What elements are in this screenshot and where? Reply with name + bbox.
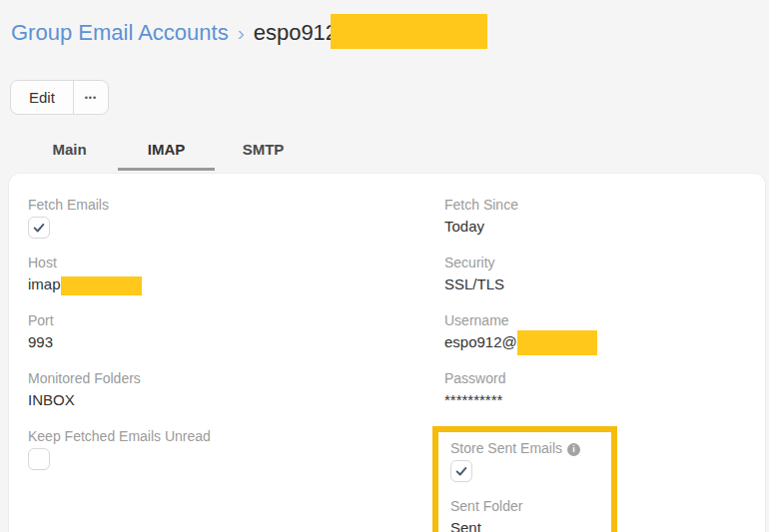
sent-folder-value: Sent bbox=[450, 516, 611, 532]
security-value: SSL/TLS bbox=[444, 272, 765, 296]
tab-imap[interactable]: IMAP bbox=[118, 137, 215, 171]
field-fetch-since: Fetch Since Today bbox=[444, 195, 765, 239]
fetch-emails-label: Fetch Emails bbox=[28, 195, 444, 215]
field-keep-fetched-emails-unread: Keep Fetched Emails Unread bbox=[28, 426, 444, 470]
keep-fetched-emails-unread-checkbox[interactable] bbox=[28, 448, 50, 470]
fetch-emails-checkbox[interactable] bbox=[28, 217, 50, 239]
page-title: espo912 bbox=[254, 20, 338, 45]
field-password: Password ********** bbox=[444, 368, 765, 412]
checkmark-icon bbox=[32, 221, 46, 235]
field-monitored-folders: Monitored Folders INBOX bbox=[28, 368, 444, 412]
security-label: Security bbox=[444, 253, 765, 272]
tab-smtp[interactable]: SMTP bbox=[215, 137, 312, 171]
host-value: imap bbox=[28, 272, 444, 296]
store-sent-emails-label: Store Sent Emailsi bbox=[450, 438, 611, 458]
field-sent-folder: Sent Folder Sent bbox=[450, 496, 611, 532]
ellipsis-icon: ••• bbox=[85, 93, 97, 103]
detail-toolbar: Edit ••• bbox=[10, 80, 769, 115]
username-value: espo912@ bbox=[444, 330, 765, 354]
detail-tabs: Main IMAP SMTP bbox=[21, 137, 769, 171]
fetch-since-value: Today bbox=[444, 215, 765, 239]
right-column: Fetch Since Today Security SSL/TLS Usern… bbox=[444, 195, 765, 532]
host-redaction-overlay bbox=[61, 276, 142, 295]
field-port: Port 993 bbox=[28, 310, 444, 354]
left-column: Fetch Emails Host imap Port 993 Monitore… bbox=[28, 195, 444, 532]
monitored-folders-label: Monitored Folders bbox=[28, 368, 444, 388]
field-security: Security SSL/TLS bbox=[444, 253, 765, 296]
breadcrumb: Group Email Accounts›espo912 bbox=[0, 0, 769, 52]
host-label: Host bbox=[28, 253, 444, 272]
more-actions-button[interactable]: ••• bbox=[74, 81, 108, 114]
info-icon[interactable]: i bbox=[567, 443, 580, 456]
field-fetch-emails: Fetch Emails bbox=[28, 195, 444, 239]
edit-button-group: Edit ••• bbox=[10, 80, 109, 115]
store-sent-emails-checkbox[interactable] bbox=[450, 460, 472, 482]
field-host: Host imap bbox=[28, 253, 444, 296]
tab-main[interactable]: Main bbox=[21, 137, 118, 171]
field-store-sent-emails: Store Sent Emailsi bbox=[450, 438, 611, 482]
checkmark-icon bbox=[454, 464, 468, 478]
password-value: ********** bbox=[444, 388, 765, 412]
sent-folder-label: Sent Folder bbox=[450, 496, 611, 516]
password-label: Password bbox=[444, 368, 765, 388]
store-sent-emails-highlight-box: Store Sent Emailsi Sent Folder Sent bbox=[432, 426, 617, 532]
fetch-since-label: Fetch Since bbox=[444, 195, 765, 215]
port-value: 993 bbox=[28, 330, 444, 354]
imap-detail-panel: Fetch Emails Host imap Port 993 Monitore… bbox=[8, 173, 766, 532]
username-redaction-overlay bbox=[517, 330, 597, 355]
port-label: Port bbox=[28, 310, 444, 330]
username-label: Username bbox=[444, 310, 765, 330]
title-redaction-overlay bbox=[331, 14, 487, 49]
monitored-folders-value: INBOX bbox=[28, 388, 444, 412]
breadcrumb-chevron-icon: › bbox=[238, 21, 245, 44]
edit-button[interactable]: Edit bbox=[11, 81, 74, 114]
field-username: Username espo912@ bbox=[444, 310, 765, 354]
breadcrumb-parent-link[interactable]: Group Email Accounts bbox=[11, 20, 229, 45]
keep-fetched-emails-unread-label: Keep Fetched Emails Unread bbox=[28, 426, 444, 446]
